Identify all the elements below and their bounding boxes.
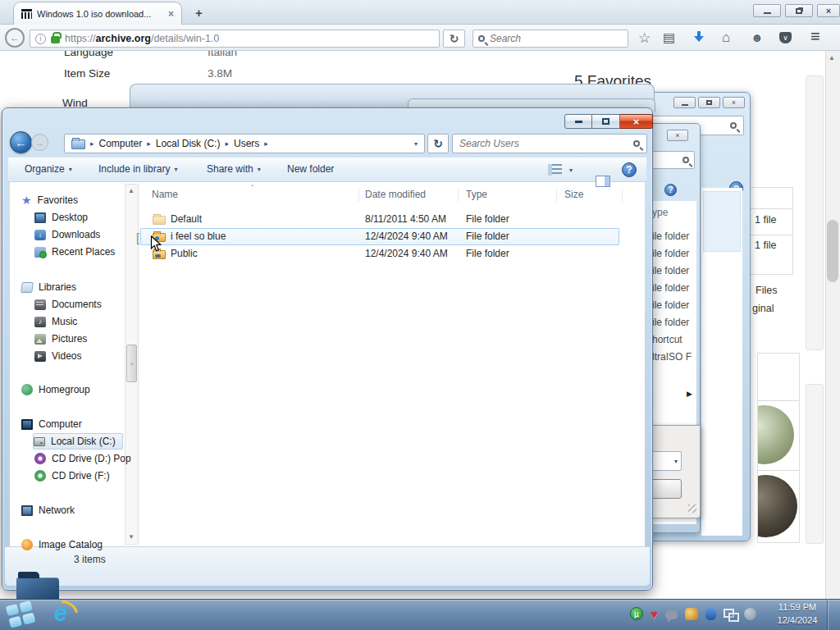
minimize-button[interactable] [564,114,592,129]
browser-scrollbar[interactable] [825,51,840,599]
explorer-search-input[interactable] [459,138,628,149]
sidebar-item-music[interactable]: ♪Music [34,313,77,330]
pocket-icon[interactable]: ∨ [779,32,792,43]
https-lock-icon[interactable] [51,36,60,43]
file-count-fragment[interactable]: 1 file [755,240,776,251]
sidebar-item-homegroup[interactable]: Homegroup [21,381,90,398]
url-bar[interactable]: i https://archive.org/details/win-1.0 [30,30,440,48]
bg-minimize-button[interactable] [673,97,696,108]
sidebar-item-cd-drive-d[interactable]: CD Drive (D:) Pop [34,450,131,467]
browser-minimize-button[interactable] [753,4,781,17]
forward-button[interactable]: → [31,134,48,151]
organize-menu[interactable]: Organize▾ [25,163,72,175]
sidebar-item-image-catalog[interactable]: Image Catalog [21,536,103,553]
bg-close-button[interactable]: × [667,130,688,141]
sidebar-item-pictures[interactable]: Pictures [34,331,87,347]
scroll-up-arrow[interactable]: ▲ [829,54,835,62]
scroll-up-arrow[interactable]: ▲ [128,187,135,194]
sidebar-item-videos[interactable]: Videos [34,348,81,364]
taskbar-internet-explorer[interactable]: e [54,600,67,625]
refresh-button[interactable]: ↻ [427,134,449,153]
sidebar-item-downloads[interactable]: ↓Downloads [34,226,100,243]
breadcrumb-local-disk[interactable]: Local Disk (C:) [156,138,221,149]
original-fragment[interactable]: ginal [752,303,774,314]
page-info-icon[interactable]: i [35,34,46,44]
tab-close-icon[interactable]: × [168,8,174,20]
sidebar-item-recent-places[interactable]: Recent Places [34,244,115,260]
gold-tray-icon[interactable] [685,608,698,620]
sidebar-item-network[interactable]: Network [21,502,75,518]
maximize-button[interactable] [592,114,620,129]
change-view-icon[interactable] [548,164,562,176]
start-button[interactable] [8,603,36,628]
show-desktop-button[interactable] [827,599,840,630]
column-header-date-modified[interactable]: Date modified [365,189,426,200]
resize-grip[interactable] [688,504,696,513]
file-row-default[interactable]: Default [153,213,202,225]
column-header-name[interactable]: Name [152,189,178,200]
bg-search-box[interactable] [652,151,695,169]
file-row-i-feel-so-blue[interactable]: i feel so blue [153,231,226,242]
chat-bubble-tray-icon[interactable] [665,610,678,619]
browser-back-button[interactable]: ← [5,28,25,48]
include-in-library-menu[interactable]: Include in library▾ [98,163,177,175]
network-tray-icon[interactable] [724,609,737,619]
browser-search-bar[interactable] [472,30,628,48]
browser-close-button[interactable]: × [817,4,840,17]
column-divider[interactable] [622,189,623,202]
dialog-dropdown[interactable]: ▾ [649,451,682,471]
related-thumbnail[interactable] [757,405,794,464]
taskbar-clock[interactable]: 11:59 PM 12/4/2024 [768,601,827,628]
new-tab-button[interactable]: + [195,6,203,20]
sidebar-item-cd-drive-f[interactable]: CD Drive (F:) [34,468,110,484]
background-dialog[interactable]: ▾ [645,425,701,518]
sidebar-item-documents[interactable]: Documents [34,296,102,313]
share-with-menu[interactable]: Share with▾ [207,163,261,175]
browser-restore-button[interactable] [785,4,813,17]
show-all-fragment[interactable]: Files [756,285,777,296]
expand-arrow-icon[interactable]: ▶ [687,390,692,398]
browser-tab[interactable]: Windows 1.0 iso download... × [13,2,182,25]
column-divider[interactable] [458,189,459,202]
new-folder-button[interactable]: New folder [287,163,334,175]
reload-button[interactable]: ↻ [443,30,465,48]
sidebar-item-libraries[interactable]: Libraries [21,279,76,295]
bookmark-star-icon[interactable]: ☆ [638,31,651,45]
scroll-down-arrow[interactable]: ▼ [128,533,135,541]
heart-tray-icon[interactable]: ♥ [651,608,658,620]
bg-maximize-button[interactable] [698,97,720,108]
sidebar-item-computer[interactable]: Computer [21,416,82,432]
back-button[interactable]: ← [10,131,32,153]
column-header-size[interactable]: Size [564,189,583,200]
help-icon[interactable]: ? [664,184,677,196]
explorer-search-box[interactable] [452,134,647,153]
browser-scrollbar-thumb[interactable] [827,220,838,282]
volume-tray-icon[interactable] [744,608,756,620]
menu-icon[interactable]: ≡ [810,28,820,44]
sidebar-scrollbar-thumb[interactable]: ≡ [126,345,137,382]
file-count-fragment[interactable]: 1 file [755,214,776,226]
column-divider[interactable] [358,189,359,202]
column-divider[interactable] [556,189,557,202]
browser-search-input[interactable] [490,33,623,44]
address-dropdown-icon[interactable]: ▾ [414,140,418,148]
breadcrumb-users[interactable]: Users [234,138,259,149]
help-button[interactable]: ? [622,162,637,177]
preview-pane-icon[interactable] [596,176,610,187]
downloads-icon[interactable] [694,31,704,43]
home-icon[interactable]: ⌂ [722,30,730,44]
related-thumbnail[interactable] [757,475,797,537]
sidebar-item-local-disk-c[interactable]: Local Disk (C:) [33,433,123,450]
sidebar-item-favorites[interactable]: ★Favorites [21,192,78,208]
hello-chat-icon[interactable]: ☻ [751,31,764,43]
utorrent-tray-icon[interactable]: µ [630,607,643,620]
address-bar[interactable]: ▸ Computer ▸ Local Disk (C:) ▸ Users ▸ ▾ [64,134,425,153]
blue-tray-icon[interactable] [705,608,716,620]
reading-list-icon[interactable]: ▤ [663,31,675,44]
sidebar-item-desktop[interactable]: Desktop [34,209,88,226]
close-button[interactable]: × [620,114,653,129]
breadcrumb-computer[interactable]: Computer [99,138,143,149]
column-header-type[interactable]: Type [466,189,487,200]
bg-close-button[interactable]: × [723,97,745,108]
view-dropdown-icon[interactable]: ▾ [569,167,573,174]
